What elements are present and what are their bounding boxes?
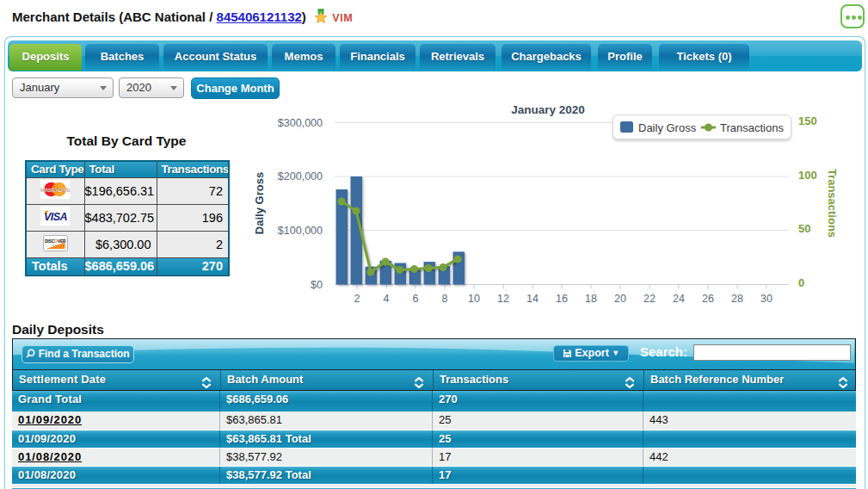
svg-text:10: 10	[468, 293, 480, 305]
svg-text:0: 0	[798, 276, 804, 289]
svg-text:12: 12	[497, 293, 509, 305]
svg-text:Transactions: Transactions	[826, 169, 839, 238]
svg-text:100: 100	[798, 169, 817, 182]
svg-text:6: 6	[413, 293, 419, 305]
svg-text:MasterCard: MasterCard	[40, 186, 70, 194]
svg-text:16: 16	[556, 293, 568, 305]
svg-text:VISA: VISA	[44, 211, 68, 223]
svg-text:$100,000: $100,000	[278, 225, 323, 237]
svg-text:18: 18	[585, 293, 597, 305]
svg-text:24: 24	[673, 293, 685, 305]
svg-text:22: 22	[643, 293, 656, 305]
svg-text:$200,000: $200,000	[278, 170, 323, 183]
svg-text:28: 28	[731, 293, 743, 305]
svg-text:20: 20	[614, 293, 626, 305]
svg-text:$300,000: $300,000	[278, 117, 323, 129]
svg-text:4: 4	[384, 293, 390, 305]
svg-text:30: 30	[760, 293, 773, 305]
svg-text:150: 150	[798, 115, 817, 127]
svg-text:2: 2	[354, 293, 360, 305]
svg-text:14: 14	[526, 293, 539, 305]
svg-text:8: 8	[442, 293, 448, 305]
svg-text:Daily Gross: Daily Gross	[253, 172, 266, 234]
svg-text:50: 50	[798, 222, 810, 235]
svg-text:January 2020: January 2020	[511, 103, 585, 116]
svg-text:26: 26	[702, 293, 714, 305]
svg-text:DISCOVER: DISCOVER	[45, 238, 66, 244]
svg-text:$0: $0	[311, 279, 323, 291]
